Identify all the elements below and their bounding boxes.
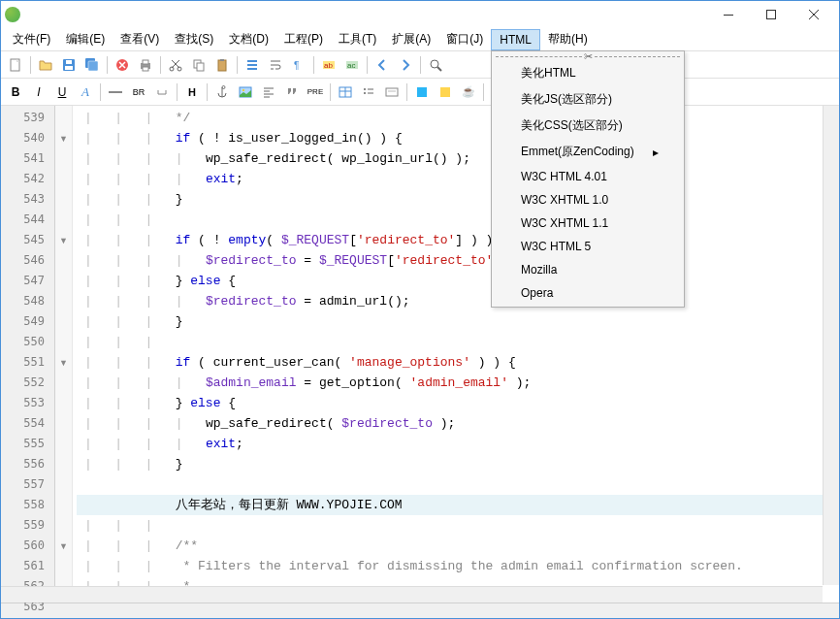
menu-窗口[interactable]: 窗口(J) xyxy=(438,28,491,50)
menu-查找[interactable]: 查找(S) xyxy=(167,28,221,50)
word-wrap-icon[interactable] xyxy=(265,54,286,76)
new-file-icon[interactable] xyxy=(5,54,26,76)
fold-marker[interactable]: ▼ xyxy=(55,352,72,373)
code-line[interactable]: | | | | $redirect_to = admin_url(); xyxy=(77,291,839,311)
menu-item-js[interactable]: 美化JS(选区部分) xyxy=(494,86,682,113)
code-line[interactable]: | | | * Filters the interval for dismiss… xyxy=(77,556,839,576)
css-icon[interactable] xyxy=(411,81,433,103)
table-icon[interactable] xyxy=(335,81,356,103)
paste-icon[interactable] xyxy=(211,54,233,76)
br-icon[interactable]: BR xyxy=(128,81,149,103)
fold-gutter[interactable]: ▼▼▼▼ xyxy=(55,106,73,603)
maximize-button[interactable] xyxy=(750,1,792,28)
code-line[interactable]: | | | if ( current_user_can( 'manage_opt… xyxy=(77,352,839,373)
code-line[interactable]: | | | } else { xyxy=(77,393,839,413)
svg-rect-15 xyxy=(197,63,204,71)
code-line[interactable]: | | | /** xyxy=(77,536,839,556)
menu-查看[interactable]: 查看(V) xyxy=(113,28,167,50)
nav-back-icon[interactable] xyxy=(372,54,393,76)
vertical-scrollbar[interactable] xyxy=(823,106,839,585)
fold-marker[interactable]: ▼ xyxy=(55,536,72,556)
menu-工程[interactable]: 工程(P) xyxy=(276,28,331,50)
align-icon[interactable] xyxy=(258,81,279,103)
code-line[interactable]: | | | | $admin_email = get_option( 'admi… xyxy=(77,373,839,393)
bold-icon[interactable]: B xyxy=(5,81,26,103)
fold-marker xyxy=(55,291,72,311)
menu-item-w3chtml401[interactable]: W3C HTML 4.01 xyxy=(494,165,682,188)
save-icon[interactable] xyxy=(58,54,80,76)
nbsp-icon[interactable] xyxy=(151,81,173,103)
code-line[interactable]: | | | xyxy=(77,515,839,536)
code-line[interactable]: | | | | wp_safe_redirect( wp_login_url()… xyxy=(77,148,839,169)
minimize-button[interactable] xyxy=(707,1,750,28)
java-icon[interactable]: ☕ xyxy=(458,81,479,103)
svg-rect-0 xyxy=(724,15,733,16)
menu-item-css[interactable]: 美化CSS(选区部分) xyxy=(494,113,682,139)
code-line[interactable]: | | | | exit; xyxy=(77,169,839,189)
fold-marker[interactable]: ▼ xyxy=(55,128,72,148)
list-icon[interactable] xyxy=(242,54,263,76)
code-line[interactable]: | | | | wp_safe_redirect( $redirect_to )… xyxy=(77,413,839,434)
anchor-icon[interactable] xyxy=(211,81,233,103)
menu-html[interactable]: HTML xyxy=(491,29,540,50)
highlight-ac-icon[interactable]: ac xyxy=(341,54,363,76)
code-line[interactable] xyxy=(77,474,839,495)
underline-icon[interactable]: U xyxy=(51,81,73,103)
code-line[interactable]: | | | } xyxy=(77,454,839,474)
print-icon[interactable] xyxy=(135,54,156,76)
code-line[interactable]: | | | if ( ! is_user_logged_in() ) { xyxy=(77,128,839,148)
menu-item-w3chtml5[interactable]: W3C HTML 5 xyxy=(494,235,682,258)
highlight-ab-icon[interactable]: ab xyxy=(318,54,339,76)
horizontal-scrollbar[interactable] xyxy=(1,586,823,603)
code-line[interactable]: | | | } xyxy=(77,189,839,210)
close-button[interactable] xyxy=(792,1,835,28)
code-line[interactable]: | | | xyxy=(77,332,839,352)
menu-文件[interactable]: 文件(F) xyxy=(5,28,58,50)
menu-扩展[interactable]: 扩展(A) xyxy=(384,28,438,50)
nav-forward-icon[interactable] xyxy=(395,54,416,76)
menu-tear-off[interactable]: ✂ xyxy=(496,56,680,57)
code-line[interactable]: | | | if ( ! empty( $_REQUEST['redirect_… xyxy=(77,230,839,250)
italic-icon[interactable]: I xyxy=(28,81,49,103)
line-number: 540 xyxy=(1,128,54,148)
code-line[interactable]: | | | xyxy=(77,210,839,230)
code-line[interactable]: | | | | exit; xyxy=(77,434,839,454)
code-editor[interactable]: | | | */| | | if ( ! is_user_logged_in()… xyxy=(77,106,839,603)
find-icon[interactable] xyxy=(425,54,446,76)
line-number: 557 xyxy=(1,474,54,495)
save-all-icon[interactable] xyxy=(81,54,103,76)
js-icon[interactable] xyxy=(435,81,456,103)
pre-icon[interactable]: PRE xyxy=(305,81,326,103)
fold-marker[interactable]: ▼ xyxy=(55,230,72,250)
fold-marker xyxy=(55,311,72,332)
whitespace-icon[interactable]: ¶ xyxy=(288,54,309,76)
line-number-gutter[interactable]: 5395405415425435445455465475485495505515… xyxy=(1,106,55,603)
menu-item-w3cxhtml11[interactable]: W3C XHTML 1.1 xyxy=(494,212,682,235)
list-ul-icon[interactable] xyxy=(358,81,379,103)
code-line[interactable]: 八年老站，每日更新 WWW.YPOJIE.COM xyxy=(77,495,839,515)
menu-item-mozilla[interactable]: Mozilla xyxy=(494,258,682,281)
hr-icon[interactable] xyxy=(105,81,126,103)
open-file-icon[interactable] xyxy=(35,54,56,76)
editor-area: 5395405415425435445455465475485495505515… xyxy=(1,106,839,603)
menu-文档[interactable]: 文档(D) xyxy=(221,28,276,50)
menu-item-emmetzencoding[interactable]: Emmet(原ZenCoding)▸ xyxy=(494,139,682,165)
menu-item-w3cxhtml10[interactable]: W3C XHTML 1.0 xyxy=(494,188,682,212)
menu-item-opera[interactable]: Opera xyxy=(494,281,682,305)
code-line[interactable]: | | | | $redirect_to = $_REQUEST['redire… xyxy=(77,250,839,271)
menu-item-html[interactable]: 美化HTML xyxy=(494,60,682,86)
cut-icon[interactable] xyxy=(165,54,186,76)
menu-编辑[interactable]: 编辑(E) xyxy=(58,28,113,50)
quote-icon[interactable] xyxy=(281,81,303,103)
menu-工具[interactable]: 工具(T) xyxy=(331,28,384,50)
close-file-icon[interactable] xyxy=(112,54,133,76)
image-icon[interactable] xyxy=(235,81,256,103)
code-line[interactable]: | | | } xyxy=(77,311,839,332)
font-a-icon[interactable]: A xyxy=(75,81,96,103)
copy-icon[interactable] xyxy=(188,54,210,76)
code-line[interactable]: | | | } else { xyxy=(77,271,839,291)
form-icon[interactable] xyxy=(381,81,403,103)
heading-icon[interactable]: H xyxy=(181,81,203,103)
code-line[interactable]: | | | */ xyxy=(77,108,839,128)
menu-帮助[interactable]: 帮助(H) xyxy=(540,28,596,50)
